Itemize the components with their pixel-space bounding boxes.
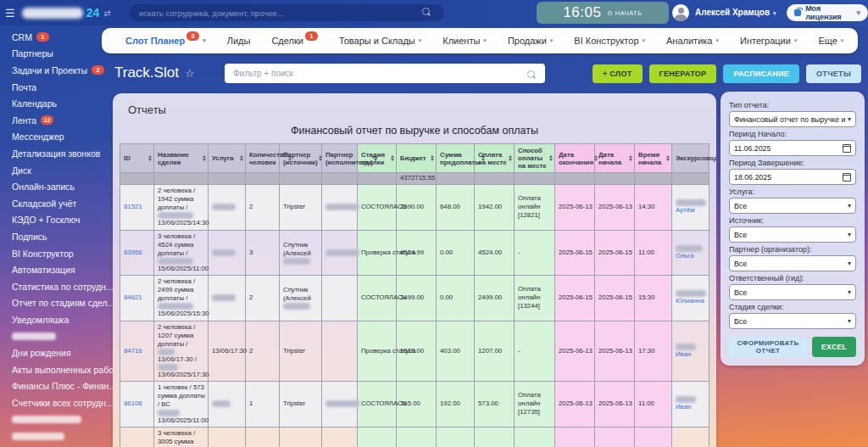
guide-link[interactable]: Артём <box>676 206 707 215</box>
company-logo[interactable] <box>22 8 83 19</box>
calendar-icon[interactable] <box>843 173 851 182</box>
tab-интеграции[interactable]: Интеграции▾ <box>740 36 797 46</box>
sidebar-item[interactable]: Детализация звонков <box>12 145 107 162</box>
tab-слот-планер[interactable]: Слот Планер3▾ <box>125 36 206 46</box>
sort-icon[interactable] <box>594 155 598 161</box>
sidebar-item[interactable]: Статистика по сотрудн... <box>12 278 107 295</box>
sort-icon[interactable] <box>240 155 243 161</box>
col-header-people-count[interactable]: Количество человек <box>246 144 280 173</box>
sidebar-item[interactable]: Отчет по стадиям сдел... <box>12 295 107 312</box>
col-header-partner-source[interactable]: Партнер (источник) <box>280 144 322 173</box>
sidebar-item[interactable]: BI Конструктор <box>12 245 107 262</box>
select-input[interactable]: Все▾ <box>729 313 856 329</box>
sidebar-item[interactable]: Автоматизация <box>12 261 107 278</box>
deal-id-link[interactable]: 81521 <box>124 203 152 211</box>
tab-лиды[interactable]: Лиды <box>227 36 251 46</box>
sidebar-item[interactable]: КЭДО + Госключ <box>12 212 107 229</box>
tab-клиенты[interactable]: Клиенты▾ <box>442 36 487 46</box>
col-header-partner-executor[interactable]: Партнер (исполнитель) <box>322 144 358 173</box>
col-header-date-start[interactable]: Дата начала <box>595 144 635 173</box>
sidebar-item[interactable] <box>12 427 107 444</box>
sidebar-item[interactable]: Дни рождения <box>12 344 107 361</box>
reports-button[interactable]: ОТЧЕТЫ <box>806 64 861 83</box>
generator-button[interactable]: ГЕНЕРАТОР <box>649 64 717 83</box>
tab-еще[interactable]: Еще▾ <box>818 36 843 46</box>
col-header-service[interactable]: Услуга <box>209 144 246 173</box>
generate-report-button[interactable]: СФОРМИРОВАТЬ ОТЧЕТ <box>729 337 807 357</box>
col-header-guide[interactable]: Экскурсовод <box>672 144 709 173</box>
global-search-input[interactable] <box>129 4 444 21</box>
user-avatar[interactable] <box>672 4 689 21</box>
sidebar-item[interactable]: Задачи и Проекты2 <box>12 62 107 79</box>
deal-id-link[interactable]: 84621 <box>124 293 152 302</box>
col-header-deal-name[interactable]: Название сделки <box>154 144 209 173</box>
select-input[interactable]: Финансовый отчет по выручке и спос▾ <box>729 111 856 127</box>
sidebar-item[interactable]: Подпись <box>12 228 107 245</box>
filter-search-input[interactable] <box>225 64 545 83</box>
guide-link[interactable]: Юлианна <box>676 297 707 305</box>
sidebar-item[interactable]: Акты выполненных работ <box>12 361 107 378</box>
calendar-icon[interactable] <box>843 144 851 153</box>
sort-icon[interactable] <box>666 155 670 161</box>
date-input[interactable]: 18.06.2025 <box>729 169 856 185</box>
license-button[interactable]: Моя лицензия ▾ <box>787 4 868 21</box>
sidebar-item[interactable]: Почта <box>12 79 107 96</box>
select-input[interactable]: Все▾ <box>729 284 856 300</box>
menu-icon[interactable]: ☰ <box>5 7 15 20</box>
filter-search-icon[interactable] <box>527 70 535 78</box>
select-input[interactable]: Все▾ <box>729 226 856 243</box>
sidebar-item[interactable]: Календарь <box>12 95 107 112</box>
guide-link[interactable]: Иван <box>676 350 707 359</box>
deal-id-link[interactable]: 86106 <box>124 400 152 408</box>
sidebar-item[interactable]: Складской учёт <box>12 195 107 212</box>
sidebar-item[interactable]: Счетчики всех сотрудн... <box>12 394 107 411</box>
col-header-deal-stage[interactable]: Стадия сделки <box>358 144 397 173</box>
tab-bi-конструктор[interactable]: BI Конструктор▾ <box>574 36 645 46</box>
col-header-id[interactable]: ID <box>120 144 154 173</box>
col-header-prepayment[interactable]: Сумма предоплаты <box>437 144 475 173</box>
guide-link[interactable]: Иван <box>676 403 707 411</box>
sort-icon[interactable] <box>148 155 152 161</box>
col-header-time-start[interactable]: Время начала <box>635 144 672 173</box>
tab-сделки[interactable]: Сделки1 <box>271 36 318 46</box>
sort-icon[interactable] <box>203 155 206 161</box>
sort-icon[interactable] <box>509 155 512 161</box>
sort-icon[interactable] <box>319 155 322 161</box>
favorite-star-icon[interactable]: ☆ <box>185 67 195 80</box>
excel-export-button[interactable]: EXCEL <box>812 337 856 357</box>
start-button[interactable]: ⊙ НАЧАТЬ <box>607 9 642 17</box>
switch-icon[interactable]: ⇄ <box>103 8 110 18</box>
sidebar-item[interactable]: Онлайн-запись <box>12 178 107 195</box>
sidebar-item[interactable]: Партнеры <box>12 46 107 63</box>
sidebar-item[interactable]: Уведомляшка <box>12 311 107 328</box>
tab-продажи[interactable]: Продажи▾ <box>508 36 553 46</box>
date-input[interactable]: 11.06.2025 <box>729 140 856 156</box>
sidebar-item[interactable]: Финансы Плюс - Финан... <box>12 377 107 394</box>
sidebar-item[interactable] <box>12 411 107 428</box>
deal-id-link[interactable]: 83956 <box>124 249 152 257</box>
deal-id-link[interactable]: 84716 <box>124 347 152 355</box>
select-input[interactable]: Все▾ <box>729 255 856 271</box>
time-tracker[interactable]: 16:05 ⊙ НАЧАТЬ <box>537 2 669 24</box>
col-header-payment-method[interactable]: Способ оплаты на месте <box>515 144 555 173</box>
sidebar-item[interactable]: Диск <box>12 162 107 179</box>
tab-аналитика[interactable]: Аналитика▾ <box>666 36 719 46</box>
sidebar-item[interactable]: CRM1 <box>12 29 107 46</box>
user-name[interactable]: Алексей Храмцов▾ <box>695 8 776 17</box>
search-icon[interactable] <box>422 8 430 15</box>
add-slot-button[interactable]: + СЛОТ <box>593 64 643 83</box>
col-header-date-end[interactable]: Дата окончания <box>555 144 595 173</box>
col-header-onsite-payment[interactable]: Оплата на месте <box>475 144 515 173</box>
sidebar-item[interactable]: Лента12 <box>12 112 107 129</box>
guide-link[interactable]: Ольга <box>676 252 707 260</box>
tab-товары-и-склады[interactable]: Товары и Склады▾ <box>339 36 421 46</box>
sort-icon[interactable] <box>549 155 553 161</box>
sort-icon[interactable] <box>431 155 434 161</box>
select-input[interactable]: Все▾ <box>729 198 856 214</box>
sort-icon[interactable] <box>391 155 394 161</box>
col-header-budget[interactable]: Бюджет <box>397 144 437 173</box>
sidebar-item[interactable] <box>12 328 107 345</box>
sidebar-item[interactable]: Мессенджер <box>12 129 107 146</box>
sort-icon[interactable] <box>629 155 632 161</box>
schedule-button[interactable]: РАСПИСАНИЕ <box>723 64 799 83</box>
